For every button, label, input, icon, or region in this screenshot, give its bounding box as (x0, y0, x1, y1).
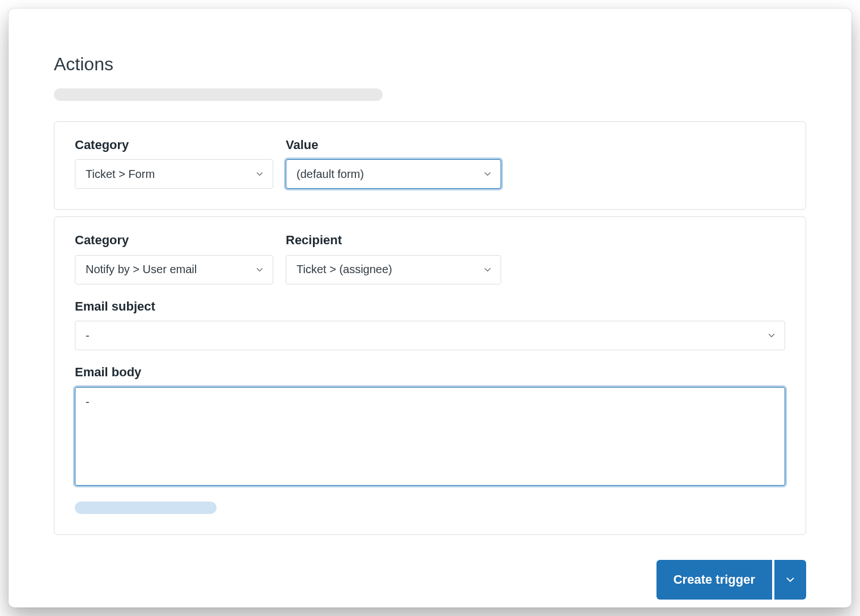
action-card-2: Category Notify by > User email Recipien… (54, 216, 806, 534)
email-subject-label: Email subject (75, 299, 785, 314)
chevron-down-icon (482, 265, 493, 275)
chevron-down-icon (255, 169, 265, 179)
email-subject-value: - (86, 329, 90, 342)
chevron-down-icon (482, 169, 493, 179)
action1-category-value: Ticket > Form (86, 168, 155, 181)
email-body-label: Email body (75, 365, 785, 380)
action1-category-label: Category (75, 138, 273, 152)
email-body-value: - (86, 396, 90, 408)
action2-recipient-label: Recipient (286, 233, 501, 248)
action1-category-select[interactable]: Ticket > Form (75, 159, 273, 189)
action1-value-value: (default form) (296, 168, 364, 181)
create-trigger-label: Create trigger (673, 572, 755, 587)
create-trigger-more-button[interactable] (774, 560, 806, 600)
create-trigger-button[interactable]: Create trigger (656, 560, 772, 600)
action1-value-label: Value (286, 138, 501, 152)
form-footer: Create trigger (54, 560, 806, 600)
email-body-textarea[interactable]: - (75, 387, 785, 486)
action-card-1: Category Ticket > Form Value (default fo… (54, 121, 806, 210)
chevron-down-icon (255, 265, 265, 275)
trigger-actions-window: Actions Category Ticket > Form Value (9, 9, 851, 607)
create-trigger-split-button: Create trigger (656, 560, 806, 600)
action2-category-label: Category (75, 233, 273, 248)
action2-recipient-select[interactable]: Ticket > (assignee) (286, 255, 501, 284)
actions-subtitle-placeholder (54, 88, 383, 101)
chevron-down-icon (784, 573, 797, 586)
email-subject-select[interactable]: - (75, 321, 785, 350)
action2-recipient-value: Ticket > (assignee) (296, 263, 392, 276)
action2-category-select[interactable]: Notify by > User email (75, 255, 273, 284)
helper-placeholder (75, 502, 217, 514)
action1-value-select[interactable]: (default form) (286, 159, 501, 189)
action2-category-value: Notify by > User email (86, 263, 197, 276)
actions-heading: Actions (54, 54, 806, 75)
chevron-down-icon (766, 330, 777, 341)
